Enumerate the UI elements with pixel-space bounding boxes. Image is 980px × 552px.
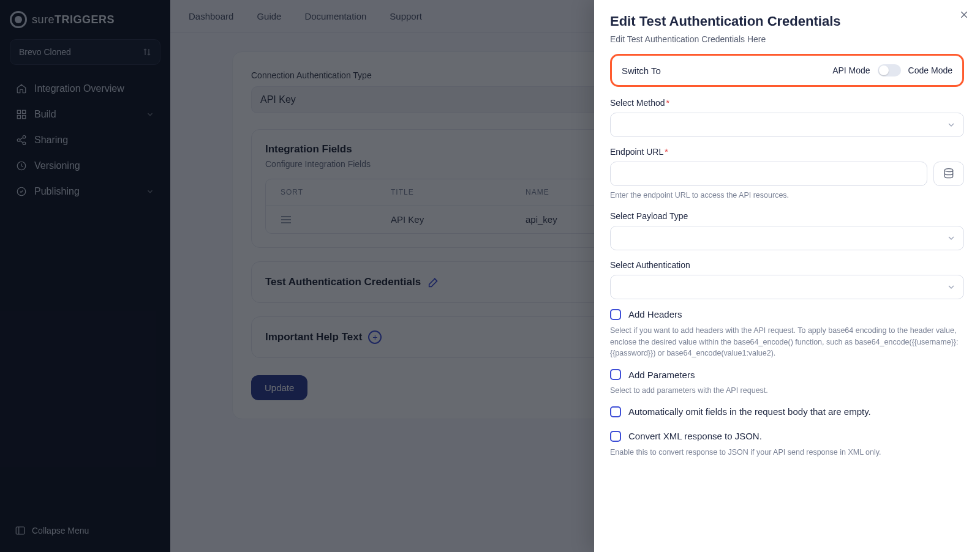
- add-headers-row: Add Headers: [610, 309, 964, 320]
- headers-help: Select if you want to add headers with t…: [610, 325, 964, 359]
- omit-empty-checkbox[interactable]: [610, 406, 621, 417]
- switch-label: Switch To: [622, 65, 661, 76]
- xml-json-label: Convert XML response to JSON.: [628, 431, 762, 441]
- mode-code-label: Code Mode: [908, 65, 952, 75]
- add-params-row: Add Parameters: [610, 369, 964, 380]
- add-params-checkbox[interactable]: [610, 369, 621, 380]
- auth-label: Select Authentication: [610, 260, 964, 270]
- add-headers-label: Add Headers: [628, 309, 682, 319]
- omit-empty-label: Automatically omit fields in the request…: [628, 406, 871, 417]
- method-select[interactable]: [610, 113, 964, 137]
- xml-json-help: Enable this to convert response to JSON …: [610, 447, 964, 458]
- mode-api-label: API Mode: [832, 65, 870, 75]
- data-picker-button[interactable]: [933, 162, 964, 186]
- chevron-down-icon: [946, 282, 956, 292]
- endpoint-label: Endpoint URL*: [610, 147, 964, 157]
- endpoint-help: Enter the endpoint URL to access the API…: [610, 190, 964, 201]
- svg-point-10: [944, 169, 952, 172]
- payload-label: Select Payload Type: [610, 211, 964, 221]
- add-params-label: Add Parameters: [628, 370, 695, 380]
- endpoint-input[interactable]: [610, 162, 927, 186]
- add-headers-checkbox[interactable]: [610, 309, 621, 320]
- drawer-title: Edit Test Authentication Credentials: [610, 13, 964, 29]
- chevron-down-icon: [946, 233, 956, 243]
- xml-json-row: Convert XML response to JSON.: [610, 431, 964, 442]
- payload-select[interactable]: [610, 226, 964, 250]
- params-help: Select to add parameters with the API re…: [610, 385, 964, 397]
- switch-mode-box: Switch To API Mode Code Mode: [610, 54, 964, 87]
- drawer-subtitle: Edit Test Authentication Credentials Her…: [610, 34, 964, 44]
- auth-select[interactable]: [610, 275, 964, 299]
- xml-json-checkbox[interactable]: [610, 431, 621, 442]
- edit-drawer: Edit Test Authentication Credentials Edi…: [594, 0, 980, 552]
- chevron-down-icon: [946, 120, 956, 130]
- close-icon[interactable]: [959, 10, 969, 20]
- omit-empty-row: Automatically omit fields in the request…: [610, 406, 964, 417]
- method-label: Select Method*: [610, 98, 964, 108]
- mode-toggle[interactable]: [878, 64, 901, 76]
